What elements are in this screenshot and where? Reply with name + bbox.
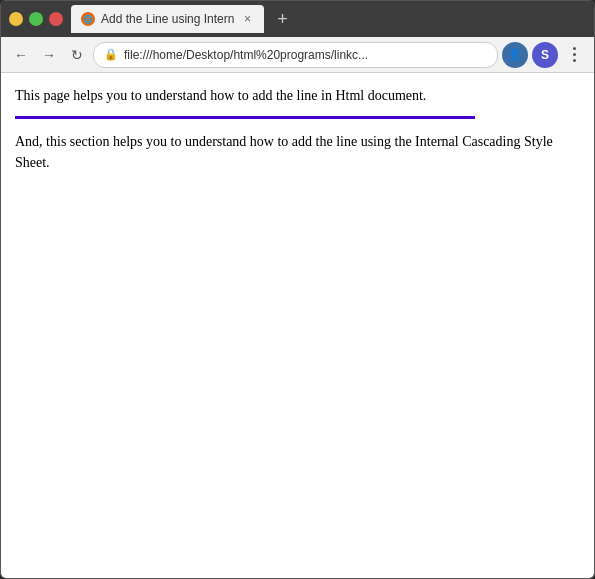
tab-close-icon[interactable]: × (240, 12, 254, 26)
maximize-button[interactable] (29, 12, 43, 26)
new-tab-button[interactable]: + (268, 5, 296, 33)
title-bar: 🌐 Add the Line using Intern × + (1, 1, 594, 37)
user-profile-icon[interactable]: 👤 (502, 42, 528, 68)
window-controls (9, 12, 63, 26)
forward-button[interactable]: → (37, 43, 61, 67)
menu-dot-2 (573, 53, 576, 56)
lock-icon: 🔒 (104, 48, 118, 61)
tab-favicon-icon: 🌐 (81, 12, 95, 26)
close-button[interactable] (49, 12, 63, 26)
page-text-2: And, this section helps you to understan… (15, 131, 580, 173)
minimize-button[interactable] (9, 12, 23, 26)
purple-hr-line (15, 116, 475, 119)
nav-bar: ← → ↻ 🔒 👤 S (1, 37, 594, 73)
back-button[interactable]: ← (9, 43, 33, 67)
active-tab[interactable]: 🌐 Add the Line using Intern × (71, 5, 264, 33)
tab-title: Add the Line using Intern (101, 12, 234, 26)
browser-window: 🌐 Add the Line using Intern × + ← → ↻ 🔒 … (0, 0, 595, 579)
reload-button[interactable]: ↻ (65, 43, 89, 67)
menu-button[interactable] (562, 43, 586, 67)
page-content: This page helps you to understand how to… (1, 73, 594, 578)
page-text-1: This page helps you to understand how to… (15, 85, 580, 106)
account-icon[interactable]: S (532, 42, 558, 68)
tab-bar: 🌐 Add the Line using Intern × + (71, 5, 586, 33)
address-bar-container: 🔒 (93, 42, 498, 68)
menu-dot-1 (573, 47, 576, 50)
menu-dot-3 (573, 59, 576, 62)
address-input[interactable] (124, 48, 487, 62)
